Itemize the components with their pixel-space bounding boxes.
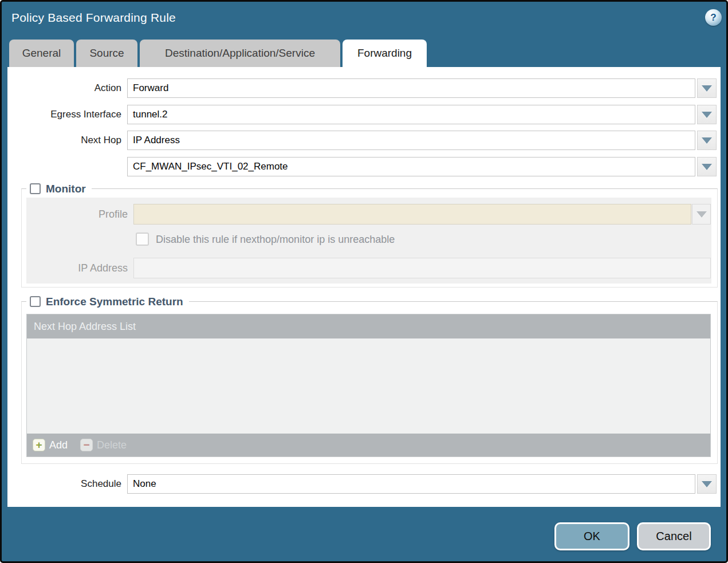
disable-rule-checkbox xyxy=(136,233,149,246)
tab-forwarding[interactable]: Forwarding xyxy=(343,40,427,67)
ok-button[interactable]: OK xyxy=(554,522,629,550)
tab-source[interactable]: Source xyxy=(76,40,137,67)
chevron-down-icon xyxy=(696,211,707,218)
schedule-label: Schedule xyxy=(7,474,121,494)
egress-interface-label: Egress Interface xyxy=(7,105,121,124)
page-title: Policy Based Forwarding Rule xyxy=(11,11,176,25)
table-header: Next Hop Address List xyxy=(27,314,710,338)
chevron-down-icon xyxy=(702,481,712,487)
chevron-down-icon xyxy=(702,85,712,92)
enforce-symmetric-return-section: Enforce Symmetric Return Next Hop Addres… xyxy=(21,301,718,464)
egress-interface-dropdown-button[interactable] xyxy=(697,105,717,124)
action-dropdown[interactable]: Forward xyxy=(127,78,695,98)
next-hop-address-list-table: Next Hop Address List + Add − Delete xyxy=(26,314,711,457)
forwarding-tab-panel: Action Forward Egress Interface tunnel.2… xyxy=(7,67,721,507)
next-hop-type-dropdown-button[interactable] xyxy=(697,131,717,150)
enforce-symmetric-return-checkbox[interactable] xyxy=(30,296,41,307)
add-button-label: Add xyxy=(49,439,68,451)
enforce-legend-label: Enforce Symmetric Return xyxy=(46,296,183,308)
action-label: Action xyxy=(7,78,121,98)
chevron-down-icon xyxy=(702,137,712,144)
table-body xyxy=(27,338,710,434)
chevron-down-icon xyxy=(702,112,712,118)
monitor-panel: Profile Disable this rule if nexthop/mon… xyxy=(26,198,711,284)
profile-dropdown-button xyxy=(692,204,711,225)
next-hop-type-dropdown[interactable]: IP Address xyxy=(127,131,695,150)
chevron-down-icon xyxy=(702,164,712,170)
action-dropdown-button[interactable] xyxy=(697,78,717,98)
tab-general[interactable]: General xyxy=(9,40,74,67)
schedule-dropdown[interactable]: None xyxy=(127,474,695,494)
monitor-legend-label: Monitor xyxy=(46,183,86,195)
tab-bar: General Source Destination/Application/S… xyxy=(9,40,427,67)
schedule-dropdown-button[interactable] xyxy=(697,474,717,494)
monitor-section: Monitor Profile Disable this rule if nex… xyxy=(21,188,718,288)
profile-label: Profile xyxy=(26,204,128,225)
monitor-ip-address-label: IP Address xyxy=(26,258,128,278)
monitor-legend: Monitor xyxy=(26,181,92,196)
delete-button-label: Delete xyxy=(97,439,127,451)
monitor-ip-address-input xyxy=(133,258,711,278)
monitor-checkbox[interactable] xyxy=(30,183,41,194)
minus-icon: − xyxy=(80,439,93,451)
table-toolbar: + Add − Delete xyxy=(27,434,710,456)
help-icon[interactable]: ? xyxy=(705,9,722,26)
enforce-legend: Enforce Symmetric Return xyxy=(26,294,189,309)
next-hop-label: Next Hop xyxy=(7,131,121,150)
add-button[interactable]: + Add xyxy=(33,439,68,451)
cancel-button[interactable]: Cancel xyxy=(637,522,711,550)
profile-dropdown xyxy=(133,204,691,225)
next-hop-address-dropdown-button[interactable] xyxy=(697,157,717,176)
disable-rule-checkbox-label: Disable this rule if nexthop/monitor ip … xyxy=(156,232,395,247)
tab-destination-application-service[interactable]: Destination/Application/Service xyxy=(140,40,340,67)
plus-icon: + xyxy=(33,439,45,451)
next-hop-address-dropdown[interactable]: CF_MWAN_IPsec_VTI_02_Remote xyxy=(127,157,695,176)
policy-based-forwarding-rule-dialog: Policy Based Forwarding Rule ? General S… xyxy=(0,0,728,563)
delete-button: − Delete xyxy=(80,439,127,451)
egress-interface-dropdown[interactable]: tunnel.2 xyxy=(127,105,695,124)
